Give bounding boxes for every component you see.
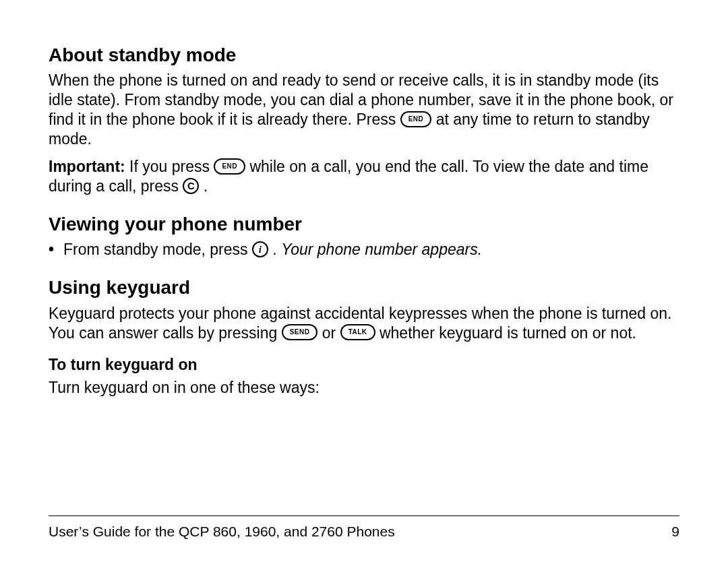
end-key-icon: END [400, 111, 432, 127]
heading-viewing-number: Viewing your phone number [49, 212, 679, 236]
text: From standby mode, press [63, 241, 252, 258]
text: If you press [125, 158, 214, 175]
list-item: From standby mode, press i . Your phone … [63, 240, 679, 259]
talk-key-icon: TALK [340, 324, 375, 340]
result-text: Your phone number appears. [281, 241, 482, 258]
text: whether keyguard is turned on or not. [380, 324, 636, 342]
text: . [268, 241, 281, 258]
heading-about-standby: About standby mode [49, 43, 679, 67]
end-key-icon: END [214, 158, 245, 175]
bullet-list: From standby mode, press i . Your phone … [49, 240, 679, 259]
para-important: Important: If you press END while on a c… [49, 157, 679, 196]
page-footer: User’s Guide for the QCP 860, 1960, and … [49, 516, 679, 540]
footer-title: User’s Guide for the QCP 860, 1960, and … [49, 523, 395, 540]
text: or [322, 324, 340, 342]
important-label: Important: [49, 158, 125, 175]
text: . [199, 177, 208, 195]
subheading-turn-keyguard-on: To turn keyguard on [49, 355, 679, 375]
i-key-icon: i [252, 241, 268, 257]
para-keyguard-on: Turn keyguard on in one of these ways: [49, 378, 679, 398]
page-number: 9 [671, 523, 679, 540]
para-standby-intro: When the phone is turned on and ready to… [49, 71, 679, 149]
c-key-icon: C [183, 178, 199, 194]
footer-rule [49, 516, 679, 516]
para-keyguard-intro: Keyguard protects your phone against acc… [49, 304, 679, 343]
send-key-icon: SEND [282, 324, 318, 340]
heading-using-keyguard: Using keyguard [49, 276, 679, 299]
